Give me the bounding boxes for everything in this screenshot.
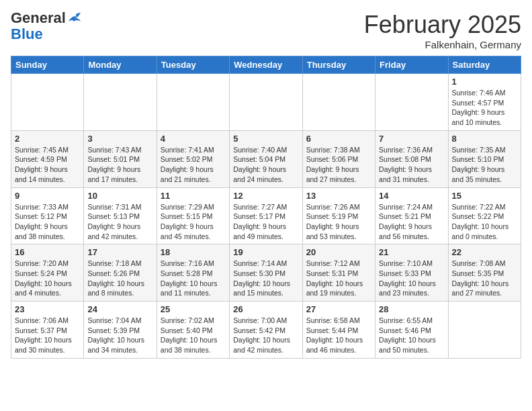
day-number: 6 <box>306 134 371 144</box>
day-info: Sunrise: 6:55 AM Sunset: 5:46 PM Dayligh… <box>379 316 444 355</box>
calendar-cell: 10Sunrise: 7:31 AM Sunset: 5:13 PM Dayli… <box>84 187 157 244</box>
day-number: 17 <box>87 247 152 257</box>
weekday-header-friday: Friday <box>375 56 448 74</box>
calendar-cell: 9Sunrise: 7:33 AM Sunset: 5:12 PM Daylig… <box>11 187 84 244</box>
calendar-cell: 26Sunrise: 7:00 AM Sunset: 5:42 PM Dayli… <box>230 302 302 359</box>
day-info: Sunrise: 7:04 AM Sunset: 5:39 PM Dayligh… <box>87 316 152 355</box>
day-number: 5 <box>233 134 298 144</box>
calendar-cell: 20Sunrise: 7:12 AM Sunset: 5:31 PM Dayli… <box>302 244 375 302</box>
day-number: 21 <box>379 247 444 257</box>
day-info: Sunrise: 7:02 AM Sunset: 5:40 PM Dayligh… <box>161 316 226 355</box>
day-number: 8 <box>452 134 517 144</box>
day-number: 12 <box>233 191 298 201</box>
calendar-cell <box>230 74 302 131</box>
calendar-week-3: 9Sunrise: 7:33 AM Sunset: 5:12 PM Daylig… <box>11 187 521 244</box>
calendar-cell <box>302 74 375 131</box>
calendar-cell: 28Sunrise: 6:55 AM Sunset: 5:46 PM Dayli… <box>375 302 448 359</box>
calendar-cell: 15Sunrise: 7:22 AM Sunset: 5:22 PM Dayli… <box>448 187 521 244</box>
weekday-header-tuesday: Tuesday <box>157 56 229 74</box>
day-info: Sunrise: 7:22 AM Sunset: 5:22 PM Dayligh… <box>452 202 517 242</box>
calendar-cell: 17Sunrise: 7:18 AM Sunset: 5:26 PM Dayli… <box>84 244 157 302</box>
calendar-week-2: 2Sunrise: 7:45 AM Sunset: 4:59 PM Daylig… <box>11 130 521 187</box>
day-number: 26 <box>233 304 298 314</box>
day-number: 2 <box>15 134 80 144</box>
day-number: 4 <box>161 134 226 144</box>
day-number: 7 <box>379 134 444 144</box>
day-number: 16 <box>15 247 80 257</box>
location-subtitle: Falkenhain, Germany <box>364 39 521 50</box>
day-number: 10 <box>87 191 152 201</box>
weekday-header-thursday: Thursday <box>302 56 375 74</box>
calendar-cell: 7Sunrise: 7:36 AM Sunset: 5:08 PM Daylig… <box>375 130 448 187</box>
day-info: Sunrise: 7:43 AM Sunset: 5:01 PM Dayligh… <box>87 145 152 185</box>
calendar-cell: 12Sunrise: 7:27 AM Sunset: 5:17 PM Dayli… <box>230 187 302 244</box>
calendar-cell: 5Sunrise: 7:40 AM Sunset: 5:04 PM Daylig… <box>230 130 302 187</box>
weekday-header-row: SundayMondayTuesdayWednesdayThursdayFrid… <box>11 56 521 74</box>
calendar-cell: 13Sunrise: 7:26 AM Sunset: 5:19 PM Dayli… <box>302 187 375 244</box>
calendar-cell: 4Sunrise: 7:41 AM Sunset: 5:02 PM Daylig… <box>157 130 229 187</box>
calendar-cell: 25Sunrise: 7:02 AM Sunset: 5:40 PM Dayli… <box>157 302 229 359</box>
calendar-cell: 2Sunrise: 7:45 AM Sunset: 4:59 PM Daylig… <box>11 130 84 187</box>
day-number: 3 <box>87 134 152 144</box>
calendar-cell: 1Sunrise: 7:46 AM Sunset: 4:57 PM Daylig… <box>448 74 521 131</box>
calendar-cell: 23Sunrise: 7:06 AM Sunset: 5:37 PM Dayli… <box>11 302 84 359</box>
calendar-cell <box>11 74 84 131</box>
logo: General Blue <box>11 11 82 43</box>
day-number: 15 <box>452 191 517 201</box>
day-info: Sunrise: 7:24 AM Sunset: 5:21 PM Dayligh… <box>379 202 444 242</box>
calendar-cell: 8Sunrise: 7:35 AM Sunset: 5:10 PM Daylig… <box>448 130 521 187</box>
day-info: Sunrise: 7:27 AM Sunset: 5:17 PM Dayligh… <box>233 202 298 242</box>
calendar-cell: 24Sunrise: 7:04 AM Sunset: 5:39 PM Dayli… <box>84 302 157 359</box>
calendar-cell: 18Sunrise: 7:16 AM Sunset: 5:28 PM Dayli… <box>157 244 229 302</box>
calendar-cell <box>375 74 448 131</box>
day-info: Sunrise: 7:35 AM Sunset: 5:10 PM Dayligh… <box>452 145 517 185</box>
day-info: Sunrise: 7:29 AM Sunset: 5:15 PM Dayligh… <box>161 202 226 242</box>
day-info: Sunrise: 7:12 AM Sunset: 5:31 PM Dayligh… <box>306 259 371 298</box>
day-info: Sunrise: 7:14 AM Sunset: 5:30 PM Dayligh… <box>233 259 298 298</box>
day-number: 23 <box>15 304 80 314</box>
calendar-week-1: 1Sunrise: 7:46 AM Sunset: 4:57 PM Daylig… <box>11 74 521 131</box>
weekday-header-wednesday: Wednesday <box>230 56 302 74</box>
calendar-cell <box>157 74 229 131</box>
day-number: 27 <box>306 304 371 314</box>
day-info: Sunrise: 7:46 AM Sunset: 4:57 PM Dayligh… <box>452 88 517 128</box>
day-info: Sunrise: 7:26 AM Sunset: 5:19 PM Dayligh… <box>306 202 371 242</box>
calendar-cell <box>84 74 157 131</box>
calendar-week-5: 23Sunrise: 7:06 AM Sunset: 5:37 PM Dayli… <box>11 302 521 359</box>
day-number: 1 <box>452 77 517 87</box>
day-number: 20 <box>306 247 371 257</box>
day-number: 24 <box>87 304 152 314</box>
day-info: Sunrise: 7:45 AM Sunset: 4:59 PM Dayligh… <box>15 145 80 185</box>
page-header: General Blue February 2025 Falkenhain, G… <box>11 11 521 50</box>
day-number: 11 <box>161 191 226 201</box>
day-info: Sunrise: 7:20 AM Sunset: 5:24 PM Dayligh… <box>15 259 80 298</box>
calendar-cell: 3Sunrise: 7:43 AM Sunset: 5:01 PM Daylig… <box>84 130 157 187</box>
day-number: 9 <box>15 191 80 201</box>
day-number: 13 <box>306 191 371 201</box>
calendar-cell: 19Sunrise: 7:14 AM Sunset: 5:30 PM Dayli… <box>230 244 302 302</box>
day-info: Sunrise: 7:40 AM Sunset: 5:04 PM Dayligh… <box>233 145 298 185</box>
calendar-cell: 11Sunrise: 7:29 AM Sunset: 5:15 PM Dayli… <box>157 187 229 244</box>
day-number: 18 <box>161 247 226 257</box>
calendar-week-4: 16Sunrise: 7:20 AM Sunset: 5:24 PM Dayli… <box>11 244 521 302</box>
calendar-cell: 21Sunrise: 7:10 AM Sunset: 5:33 PM Dayli… <box>375 244 448 302</box>
weekday-header-saturday: Saturday <box>448 56 521 74</box>
day-info: Sunrise: 7:00 AM Sunset: 5:42 PM Dayligh… <box>233 316 298 355</box>
day-number: 14 <box>379 191 444 201</box>
title-block: February 2025 Falkenhain, Germany <box>364 11 521 50</box>
logo-blue-text: Blue <box>11 26 43 43</box>
day-info: Sunrise: 7:18 AM Sunset: 5:26 PM Dayligh… <box>87 259 152 298</box>
day-info: Sunrise: 7:16 AM Sunset: 5:28 PM Dayligh… <box>161 259 226 298</box>
day-number: 25 <box>161 304 226 314</box>
day-number: 19 <box>233 247 298 257</box>
calendar-cell: 16Sunrise: 7:20 AM Sunset: 5:24 PM Dayli… <box>11 244 84 302</box>
day-number: 22 <box>452 247 517 257</box>
weekday-header-sunday: Sunday <box>11 56 84 74</box>
calendar-cell: 6Sunrise: 7:38 AM Sunset: 5:06 PM Daylig… <box>302 130 375 187</box>
calendar-cell: 14Sunrise: 7:24 AM Sunset: 5:21 PM Dayli… <box>375 187 448 244</box>
day-info: Sunrise: 6:58 AM Sunset: 5:44 PM Dayligh… <box>306 316 371 355</box>
day-info: Sunrise: 7:36 AM Sunset: 5:08 PM Dayligh… <box>379 145 444 185</box>
calendar-table: SundayMondayTuesdayWednesdayThursdayFrid… <box>11 56 521 359</box>
logo-general-text: General <box>11 11 66 26</box>
day-number: 28 <box>379 304 444 314</box>
